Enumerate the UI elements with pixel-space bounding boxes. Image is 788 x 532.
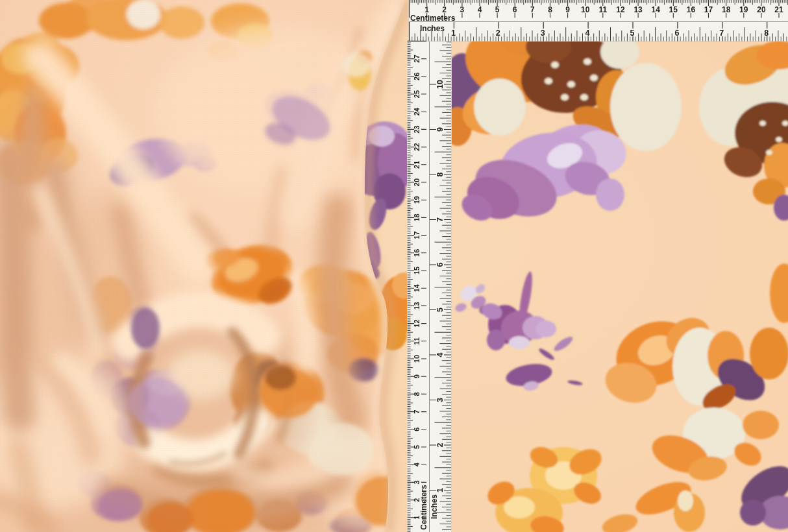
svg-text:9: 9: [565, 5, 570, 14]
svg-text:24: 24: [413, 107, 421, 115]
svg-text:11: 11: [598, 5, 607, 14]
svg-text:22: 22: [413, 143, 421, 151]
svg-text:Inches: Inches: [420, 24, 445, 33]
svg-text:9: 9: [436, 127, 445, 132]
svg-text:7: 7: [530, 5, 535, 14]
svg-text:6: 6: [674, 29, 679, 38]
svg-text:6: 6: [436, 262, 445, 267]
svg-text:1: 1: [451, 29, 456, 38]
svg-text:21: 21: [413, 161, 421, 169]
svg-text:19: 19: [739, 5, 748, 14]
svg-text:3: 3: [413, 480, 421, 484]
svg-text:8: 8: [764, 29, 769, 38]
svg-text:13: 13: [413, 302, 421, 309]
svg-text:2: 2: [496, 29, 500, 38]
svg-text:9: 9: [413, 374, 421, 378]
svg-text:Centimeters: Centimeters: [410, 14, 456, 23]
svg-text:21: 21: [774, 5, 783, 14]
svg-text:6: 6: [513, 5, 517, 14]
svg-text:27: 27: [413, 54, 421, 62]
svg-text:14: 14: [413, 284, 421, 292]
svg-text:7: 7: [719, 29, 724, 38]
svg-text:Centimeters: Centimeters: [419, 485, 428, 530]
svg-text:14: 14: [652, 5, 661, 14]
svg-text:26: 26: [413, 73, 421, 80]
svg-text:17: 17: [413, 231, 421, 239]
svg-text:5: 5: [436, 308, 445, 312]
svg-text:19: 19: [413, 196, 421, 204]
svg-text:12: 12: [413, 319, 421, 327]
svg-text:10: 10: [436, 80, 445, 89]
svg-text:17: 17: [704, 5, 713, 14]
svg-text:18: 18: [413, 213, 421, 221]
svg-text:15: 15: [413, 267, 421, 274]
svg-text:4: 4: [436, 352, 445, 357]
svg-text:20: 20: [757, 5, 766, 14]
svg-text:8: 8: [413, 392, 421, 396]
svg-text:6: 6: [413, 428, 421, 431]
svg-text:18: 18: [722, 5, 731, 14]
svg-text:8: 8: [548, 5, 552, 14]
svg-text:7: 7: [413, 410, 421, 414]
svg-text:12: 12: [616, 5, 625, 14]
svg-text:25: 25: [413, 90, 421, 98]
svg-text:10: 10: [581, 5, 590, 14]
svg-text:3: 3: [460, 5, 465, 14]
svg-text:5: 5: [413, 445, 421, 449]
svg-text:13: 13: [634, 5, 643, 14]
svg-text:3: 3: [436, 398, 445, 402]
svg-text:5: 5: [495, 5, 500, 14]
svg-text:4: 4: [478, 5, 482, 14]
svg-text:20: 20: [413, 178, 421, 186]
svg-text:11: 11: [413, 337, 421, 345]
svg-text:3: 3: [541, 29, 545, 38]
svg-text:8: 8: [436, 172, 445, 176]
svg-text:15: 15: [669, 5, 678, 14]
svg-text:2: 2: [436, 442, 445, 447]
svg-text:4: 4: [585, 29, 590, 38]
svg-text:16: 16: [687, 5, 696, 14]
svg-text:1: 1: [436, 488, 445, 492]
svg-text:7: 7: [436, 217, 445, 222]
svg-text:4: 4: [413, 462, 421, 466]
svg-text:16: 16: [413, 249, 421, 257]
svg-text:23: 23: [413, 125, 421, 133]
svg-text:10: 10: [413, 355, 421, 363]
svg-text:5: 5: [630, 29, 635, 38]
svg-text:Inches: Inches: [430, 494, 439, 519]
